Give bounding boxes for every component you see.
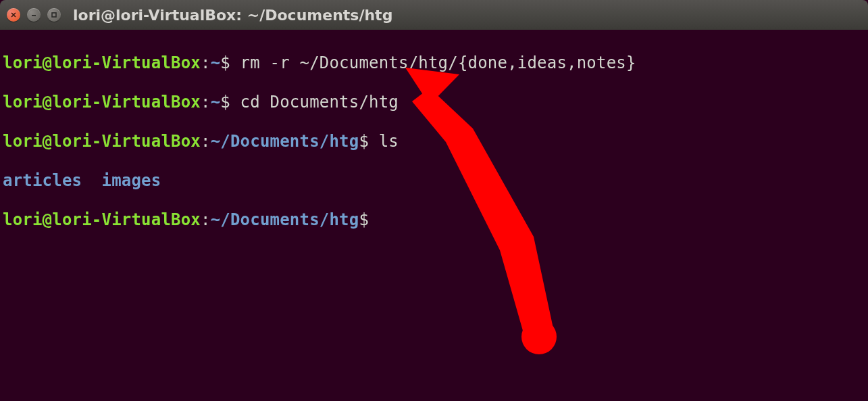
- terminal-line: lori@lori-VirtualBox:~$ rm -r ~/Document…: [3, 53, 865, 73]
- window-title: lori@lori-VirtualBox: ~/Documents/htg: [73, 7, 392, 24]
- directory-entry: articles: [3, 171, 82, 190]
- prompt-path: ~/Documents/htg: [211, 210, 359, 229]
- prompt-symbol: $: [359, 132, 378, 151]
- command-text: cd Documents/htg: [240, 93, 399, 112]
- prompt-user-host: lori@lori-VirtualBox: [3, 93, 201, 112]
- prompt-path: ~: [211, 53, 221, 72]
- terminal-current-prompt[interactable]: lori@lori-VirtualBox:~/Documents/htg$: [3, 210, 865, 230]
- maximize-icon[interactable]: [47, 8, 61, 22]
- prompt-path: ~: [211, 93, 221, 112]
- prompt-user-host: lori@lori-VirtualBox: [3, 53, 201, 72]
- prompt-user-host: lori@lori-VirtualBox: [3, 132, 201, 151]
- terminal-body[interactable]: lori@lori-VirtualBox:~$ rm -r ~/Document…: [0, 30, 868, 273]
- terminal-line: lori@lori-VirtualBox:~/Documents/htg$ ls: [3, 132, 865, 151]
- ls-output: articles images: [3, 171, 865, 191]
- terminal-window: lori@lori-VirtualBox: ~/Documents/htg lo…: [0, 0, 868, 401]
- command-text: rm -r ~/Documents/htg/{done,ideas,notes}: [240, 53, 636, 72]
- prompt-user-host: lori@lori-VirtualBox: [3, 210, 201, 229]
- svg-rect-3: [52, 13, 56, 17]
- titlebar[interactable]: lori@lori-VirtualBox: ~/Documents/htg: [0, 0, 868, 30]
- terminal-line: lori@lori-VirtualBox:~$ cd Documents/htg: [3, 93, 865, 112]
- command-text: ls: [379, 132, 399, 151]
- svg-point-5: [521, 319, 557, 354]
- close-icon[interactable]: [7, 8, 20, 22]
- prompt-symbol: $: [359, 210, 378, 229]
- minimize-icon[interactable]: [27, 8, 41, 22]
- prompt-symbol: $: [220, 93, 240, 112]
- window-buttons: [7, 8, 61, 22]
- directory-entry: images: [102, 171, 161, 190]
- prompt-path: ~/Documents/htg: [211, 132, 359, 151]
- prompt-symbol: $: [220, 53, 240, 72]
